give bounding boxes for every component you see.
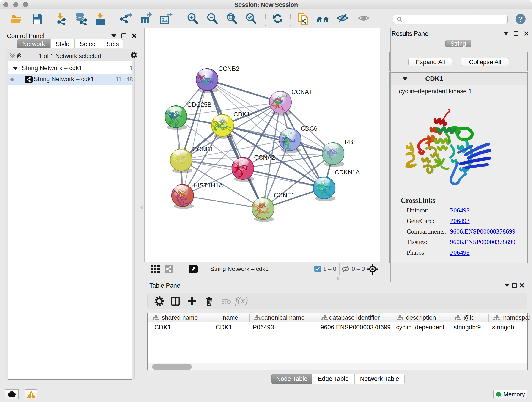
svg-text:CCNE1: CCNE1 — [274, 192, 295, 199]
svg-text:CDC6: CDC6 — [301, 125, 317, 132]
svg-text:CCNA1: CCNA1 — [291, 89, 312, 95]
svg-text:HIST1H1A: HIST1H1A — [193, 182, 223, 189]
svg-text:CDC25B: CDC25B — [187, 101, 212, 108]
svg-text:CDK1: CDK1 — [234, 111, 250, 118]
svg-text:CCNB2: CCNB2 — [218, 65, 239, 72]
svg-text:CCNA2: CCNA2 — [254, 154, 275, 161]
svg-text:RB1: RB1 — [345, 139, 357, 146]
svg-text:CCNB1: CCNB1 — [192, 146, 214, 153]
svg-text:CDKN1A: CDKN1A — [335, 169, 360, 176]
